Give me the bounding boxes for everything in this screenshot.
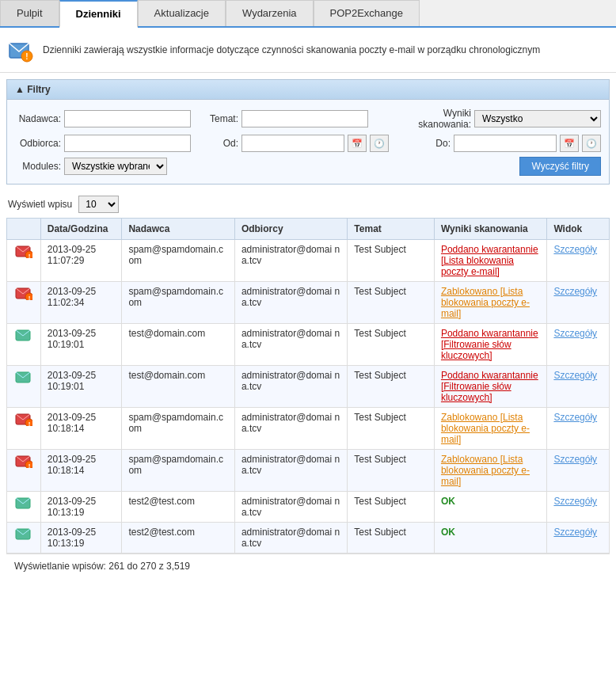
wyniki-select[interactable]: Wszystko OK Spam Zablokowane Kwarantanna <box>474 110 601 127</box>
temat-input[interactable] <box>241 110 368 127</box>
tab-dzienniki[interactable]: Dzienniki <box>59 0 138 28</box>
row-scan-result[interactable]: Poddano kwarantannie [Lista blokowania p… <box>434 240 546 282</box>
normal-email-icon <box>15 328 32 342</box>
row-scan-result[interactable]: Zablokowano [Lista blokowania poczty e-m… <box>434 450 546 492</box>
row-view[interactable]: Szczegóły <box>547 523 610 554</box>
odbiorca-label: Odbiorca: <box>15 138 61 149</box>
row-view[interactable]: Szczegóły <box>547 492 610 523</box>
row-subject: Test Subject <box>348 492 435 523</box>
table-row: ! 2013-09-2510:18:14spam@spamdomain.coma… <box>7 450 610 492</box>
table-row: ! 2013-09-2510:18:14spam@spamdomain.coma… <box>7 408 610 450</box>
normal-email-icon <box>15 496 32 510</box>
row-icon-cell: ! <box>7 450 41 492</box>
scan-result-text[interactable]: Zablokowano [Lista blokowania poczty e-m… <box>441 412 530 445</box>
detail-link[interactable]: Szczegóły <box>553 496 597 507</box>
row-sender: test2@test.com <box>122 492 234 523</box>
do-input[interactable] <box>454 135 557 152</box>
row-view[interactable]: Szczegóły <box>547 282 610 324</box>
row-sender: spam@spamdomain.com <box>122 240 234 282</box>
row-icon-cell: ! <box>7 240 41 282</box>
row-scan-result[interactable]: OK <box>434 523 546 554</box>
od-time-btn[interactable]: 🕐 <box>370 135 389 152</box>
row-date: 2013-09-2510:18:14 <box>40 450 122 492</box>
filters-title[interactable]: ▲ Filtry <box>7 80 609 100</box>
row-date: 2013-09-2510:18:14 <box>40 408 122 450</box>
spam-email-icon: ! <box>15 454 32 468</box>
row-scan-result[interactable]: Zablokowano [Lista blokowania poczty e-m… <box>434 282 546 324</box>
row-sender: spam@spamdomain.com <box>122 282 234 324</box>
detail-link[interactable]: Szczegóły <box>553 412 597 423</box>
row-recipient: administrator@domai na.tcv <box>234 523 347 554</box>
od-label: Od: <box>207 138 238 149</box>
tab-aktualizacje[interactable]: Aktualizacje <box>138 0 226 26</box>
row-view[interactable]: Szczegóły <box>547 408 610 450</box>
scan-result-text[interactable]: Poddano kwarantannie [Filtrowanie słów k… <box>441 370 538 403</box>
filters-section: ▲ Filtry Nadawca: Temat: Wyniki skanowan… <box>6 79 610 185</box>
clear-filters-button[interactable]: Wyczyść filtry <box>519 157 601 176</box>
wyniki-label-top: Wyniki <box>443 108 471 119</box>
row-subject: Test Subject <box>348 282 435 324</box>
od-calendar-btn[interactable]: 📅 <box>348 135 367 152</box>
row-date: 2013-09-2510:19:01 <box>40 324 122 366</box>
row-icon-cell: ! <box>7 282 41 324</box>
table-row: 2013-09-2510:19:01test@domain.comadminis… <box>7 366 610 408</box>
row-view[interactable]: Szczegóły <box>547 450 610 492</box>
row-scan-result[interactable]: OK <box>434 492 546 523</box>
svg-text:!: ! <box>29 420 31 426</box>
row-recipient: administrator@domai na.tcv <box>234 450 347 492</box>
modules-select[interactable]: Wszystkie wybrane <box>64 158 167 175</box>
row-scan-result[interactable]: Zablokowano [Lista blokowania poczty e-m… <box>434 408 546 450</box>
nadawca-input[interactable] <box>64 110 191 127</box>
detail-link[interactable]: Szczegóły <box>553 244 597 255</box>
row-view[interactable]: Szczegóły <box>547 240 610 282</box>
tab-pulpit[interactable]: Pulpit <box>0 0 59 26</box>
tab-pop2exchange[interactable]: POP2Exchange <box>314 0 420 26</box>
col-subject: Temat <box>348 219 435 240</box>
svg-text:!: ! <box>29 295 31 300</box>
row-sender: spam@spamdomain.com <box>122 408 234 450</box>
mail-scan-icon: ! <box>8 37 33 63</box>
scan-result-text[interactable]: Poddano kwarantannie [Lista blokowania p… <box>441 244 538 277</box>
scan-result-text[interactable]: Zablokowano [Lista blokowania poczty e-m… <box>441 454 530 487</box>
row-view[interactable]: Szczegóły <box>547 366 610 408</box>
detail-link[interactable]: Szczegóły <box>553 527 597 538</box>
detail-link[interactable]: Szczegóły <box>553 328 597 339</box>
svg-text:!: ! <box>29 462 31 468</box>
row-sender: test@domain.com <box>122 324 234 366</box>
col-scan-result: Wyniki skanowania <box>434 219 546 240</box>
spam-email-icon: ! <box>15 412 32 426</box>
table-row: 2013-09-2510:19:01test@domain.comadminis… <box>7 324 610 366</box>
detail-link[interactable]: Szczegóły <box>553 370 597 381</box>
od-input[interactable] <box>241 135 344 152</box>
row-subject: Test Subject <box>348 366 435 408</box>
row-scan-result[interactable]: Poddano kwarantannie [Filtrowanie słów k… <box>434 366 546 408</box>
row-view[interactable]: Szczegóły <box>547 324 610 366</box>
normal-email-icon <box>15 370 32 384</box>
row-sender: test2@test.com <box>122 523 234 554</box>
row-subject: Test Subject <box>348 240 435 282</box>
table-row: 2013-09-2510:13:19test2@test.comadminist… <box>7 523 610 554</box>
do-calendar-btn[interactable]: 📅 <box>560 135 579 152</box>
row-recipient: administrator@domai na.tcv <box>234 282 347 324</box>
detail-link[interactable]: Szczegóły <box>553 286 597 297</box>
row-recipient: administrator@domai na.tcv <box>234 408 347 450</box>
row-scan-result[interactable]: Poddano kwarantannie [Filtrowanie słów k… <box>434 324 546 366</box>
display-select[interactable]: 10 25 50 100 <box>78 196 119 213</box>
row-icon-cell <box>7 324 41 366</box>
scan-result-text[interactable]: Zablokowano [Lista blokowania poczty e-m… <box>441 286 530 319</box>
row-icon-cell <box>7 523 41 554</box>
scan-result-text[interactable]: OK <box>441 527 455 538</box>
scan-result-text[interactable]: Poddano kwarantannie [Filtrowanie słów k… <box>441 328 538 361</box>
detail-link[interactable]: Szczegóły <box>553 454 597 465</box>
row-icon-cell <box>7 492 41 523</box>
modules-label: Modules: <box>15 161 61 172</box>
do-time-btn[interactable]: 🕐 <box>582 135 601 152</box>
svg-text:!: ! <box>25 52 28 61</box>
row-date: 2013-09-2510:13:19 <box>40 523 122 554</box>
row-icon-cell: ! <box>7 408 41 450</box>
tab-wydarzenia[interactable]: Wydarzenia <box>226 0 314 26</box>
scan-result-text[interactable]: OK <box>441 496 455 507</box>
col-icon <box>7 219 41 240</box>
odbiorca-input[interactable] <box>64 135 191 152</box>
svg-text:!: ! <box>29 253 31 258</box>
